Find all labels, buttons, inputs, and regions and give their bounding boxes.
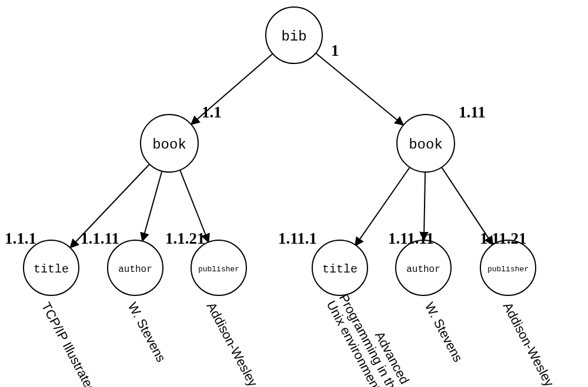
leaf-value-title-1: TCP/IP Illustrated	[39, 300, 99, 387]
node-bib-label: bib	[281, 29, 306, 45]
node-title-2: title	[312, 240, 368, 295]
leaf-value-author-2: W. Stevens	[422, 300, 466, 365]
node-publisher-1-dewey: 1.1.21	[165, 230, 205, 247]
node-title-1-label: title	[34, 263, 69, 276]
leaf-value-publisher-2: Addison-Wesley	[500, 300, 557, 387]
node-title-1: title	[24, 240, 79, 295]
node-title-1-dewey: 1.1.1	[5, 230, 36, 247]
node-author-2: author	[396, 240, 451, 295]
node-book-2-dewey: 1.11	[459, 103, 486, 121]
node-author-1-dewey: 1.1.11	[81, 230, 119, 247]
node-author-2-label: author	[406, 264, 440, 275]
node-author-1: author	[108, 240, 163, 295]
node-book-2: book	[397, 115, 455, 172]
node-bib-dewey: 1	[331, 42, 339, 59]
node-publisher-1: publisher	[191, 240, 246, 295]
node-book-1: book	[141, 115, 198, 172]
edge-root-book2	[316, 53, 403, 125]
node-book-1-dewey: 1.1	[202, 103, 222, 121]
node-title-2-label: title	[322, 263, 358, 276]
node-publisher-1-label: publisher	[198, 265, 239, 274]
node-title-2-dewey: 1.11.1	[278, 230, 317, 247]
leaf-value-publisher-1: Addison-Wesley	[204, 300, 261, 387]
node-book-1-label: book	[152, 137, 186, 153]
node-book-2-label: book	[409, 137, 443, 153]
edge-book1-auth1	[142, 171, 162, 241]
node-publisher-2-label: publisher	[487, 265, 529, 274]
node-author-2-dewey: 1.11.11	[388, 230, 434, 247]
node-author-1-label: author	[118, 264, 152, 275]
node-bib: bib	[266, 7, 322, 63]
leaf-value-title-2: Unix environment Programming in the Adva…	[324, 285, 415, 387]
node-publisher-2-dewey: 1.11.21	[480, 230, 527, 247]
leaf-value-author-1: W. Stevens	[125, 300, 169, 365]
tree-diagram: bib 1 book 1.1 book 1.11 title 1.1.1 TCP…	[0, 0, 588, 387]
node-publisher-2: publisher	[480, 240, 536, 295]
